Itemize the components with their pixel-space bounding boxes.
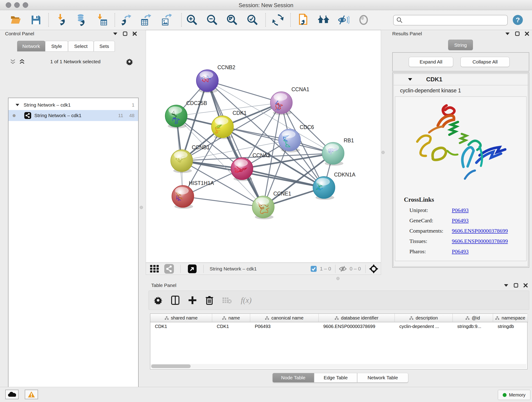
panel-close-icon[interactable] xyxy=(133,32,137,36)
panel-float-icon[interactable] xyxy=(123,32,127,36)
panel-close-icon[interactable] xyxy=(523,283,528,288)
column-header-canonical-name[interactable]: canonical name xyxy=(250,314,319,322)
entry-collapse-icon[interactable] xyxy=(408,78,412,81)
select-columns-icon[interactable] xyxy=(171,296,179,305)
grid-view-icon[interactable] xyxy=(150,264,160,273)
birds-eye-view-icon[interactable] xyxy=(188,264,196,273)
cdk1-entry-header[interactable]: CDK1 xyxy=(394,74,528,85)
column-type-icon xyxy=(466,316,469,320)
home-networks-icon[interactable] xyxy=(317,14,329,26)
memory-button[interactable]: Memory xyxy=(498,390,530,400)
table-horizontal-scrollbar[interactable] xyxy=(151,364,526,369)
selected-checkbox-icon[interactable] xyxy=(311,266,317,272)
tab-network[interactable]: Network xyxy=(17,41,45,51)
graph-node-CCNA2[interactable] xyxy=(231,158,253,180)
zoom-in-button[interactable] xyxy=(186,14,198,26)
table-gear-icon[interactable] xyxy=(154,296,162,305)
graph-node-RB1[interactable] xyxy=(322,142,344,164)
panel-float-icon[interactable] xyxy=(515,32,520,36)
network-row-selected[interactable]: String Network – cdk1 11 48 xyxy=(8,110,138,121)
genecard-link[interactable]: P06493 xyxy=(452,217,469,224)
network-canvas[interactable]: CCNB2CCNA1CDC25BCDK1CDC6RB1CCNB1CCNA2CDK… xyxy=(146,30,381,263)
tab-node-table[interactable]: Node Table xyxy=(272,373,314,383)
uniprot-link[interactable]: P06493 xyxy=(452,207,469,213)
graph-node-HIST1H1A[interactable] xyxy=(172,185,194,207)
table-cell[interactable]: stringdb xyxy=(497,324,527,331)
compartments-link[interactable]: 9606.ENSP00000378699 xyxy=(452,228,508,234)
tab-string[interactable]: String xyxy=(448,40,473,50)
help-button[interactable]: ? xyxy=(512,14,524,26)
column-header-name[interactable]: name xyxy=(212,314,250,322)
table-cell[interactable]: CDK1 xyxy=(216,324,250,331)
export-network-button[interactable] xyxy=(120,14,132,26)
table-cell[interactable]: cyclin-dependent ... xyxy=(399,324,452,331)
string-import-button[interactable] xyxy=(297,14,309,26)
collapse-all-icon[interactable] xyxy=(10,59,16,64)
zoom-fit-button[interactable] xyxy=(226,14,238,26)
graph-node-CCNB2[interactable] xyxy=(196,70,218,92)
zoom-selected-button[interactable] xyxy=(247,14,259,26)
tissues-link[interactable]: 9606.ENSP00000378699 xyxy=(452,238,508,244)
tab-style[interactable]: Style xyxy=(45,41,68,51)
horizontal-splitter-handle[interactable] xyxy=(336,277,340,280)
graph-node-CDKN1A[interactable] xyxy=(313,177,335,198)
expand-all-button[interactable]: Expand All xyxy=(409,57,453,67)
graph-node-CDC6[interactable] xyxy=(279,129,301,151)
expand-all-icon[interactable] xyxy=(19,59,25,64)
import-table-file-button[interactable] xyxy=(96,14,108,26)
column-header-database-identifier[interactable]: database identifier xyxy=(319,314,395,322)
column-header--id[interactable]: @id xyxy=(453,314,493,322)
table-cell[interactable]: stringdb:9... xyxy=(456,324,493,331)
tab-sets[interactable]: Sets xyxy=(94,41,115,51)
search-input[interactable] xyxy=(403,18,501,23)
table-cell[interactable]: P06493 xyxy=(254,324,318,331)
network-share-icon[interactable] xyxy=(164,264,174,274)
tab-edge-table[interactable]: Edge Table xyxy=(314,373,357,383)
panel-menu-icon[interactable] xyxy=(505,32,510,35)
export-table-button[interactable] xyxy=(139,14,152,26)
graph-node-label: CDKN1A xyxy=(334,172,355,178)
cloud-status-button[interactable] xyxy=(5,390,19,399)
import-network-file-button[interactable] xyxy=(56,14,68,26)
graph-node-CCNA1[interactable] xyxy=(270,92,292,114)
gear-icon[interactable] xyxy=(126,58,133,65)
right-splitter-handle[interactable] xyxy=(381,151,385,154)
zoom-out-button[interactable] xyxy=(206,14,218,26)
scrollbar-thumb[interactable] xyxy=(151,364,191,368)
warnings-button[interactable] xyxy=(25,390,38,399)
import-network-database-button[interactable] xyxy=(75,14,87,26)
pharos-link[interactable]: P06493 xyxy=(452,249,469,255)
column-header-shared-name[interactable]: shared name xyxy=(150,314,212,322)
panel-menu-icon[interactable] xyxy=(504,284,509,287)
search-box[interactable] xyxy=(393,15,508,26)
node-table[interactable]: shared namenamecanonical namedatabase id… xyxy=(150,313,527,370)
show-graphics-eye-icon[interactable] xyxy=(358,14,370,26)
table-cell[interactable]: CDK1 xyxy=(154,324,212,331)
left-splitter-handle[interactable] xyxy=(140,206,143,209)
graph-node-CCNE1[interactable] xyxy=(252,196,274,218)
graph-node-CCNB1[interactable] xyxy=(171,150,193,172)
export-image-button[interactable] xyxy=(160,14,172,26)
graph-node-CDC25B[interactable] xyxy=(165,105,187,127)
save-session-button[interactable] xyxy=(30,14,42,26)
panel-menu-icon[interactable] xyxy=(113,32,118,35)
string-network-graph[interactable]: CCNB2CCNA1CDC25BCDK1CDC6RB1CCNB1CCNA2CDK… xyxy=(146,30,381,263)
tree-expand-icon[interactable] xyxy=(15,104,19,106)
tab-network-table[interactable]: Network Table xyxy=(357,373,408,383)
add-column-icon[interactable] xyxy=(188,296,197,305)
panel-float-icon[interactable] xyxy=(514,283,518,288)
toolbar-separator xyxy=(114,13,115,27)
pan-crosshair-icon[interactable] xyxy=(369,264,379,274)
panel-close-icon[interactable] xyxy=(525,32,529,36)
column-header-description[interactable]: description xyxy=(395,314,453,322)
delete-column-icon[interactable] xyxy=(206,296,213,305)
open-session-button[interactable] xyxy=(10,14,22,26)
table-cell[interactable]: 9606.ENSP00000378699 xyxy=(322,324,394,331)
collapse-all-button[interactable]: Collapse All xyxy=(461,57,510,67)
column-header-namespace[interactable]: namespace xyxy=(493,314,528,322)
graph-node-CDK1[interactable] xyxy=(211,116,234,138)
refresh-view-button[interactable] xyxy=(272,14,284,26)
hide-unhide-icon[interactable] xyxy=(337,14,349,26)
tab-select[interactable]: Select xyxy=(68,41,94,51)
network-collection-row[interactable]: String Network – cdk1 1 xyxy=(8,100,138,110)
